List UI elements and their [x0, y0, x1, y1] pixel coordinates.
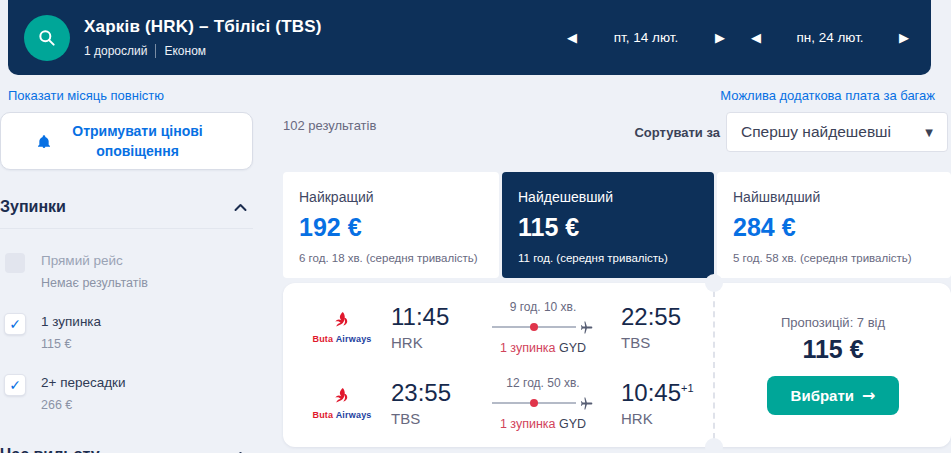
- leg-duration: 9 год. 10 хв.: [479, 300, 607, 314]
- plane-icon: [580, 320, 595, 335]
- buta-airways-bird-icon: [332, 311, 352, 333]
- filter-option-direct: Прямий рейс Немає результатів: [0, 253, 253, 290]
- outbound-next-day-button[interactable]: ▶: [705, 23, 735, 53]
- filter-label: 2+ пересадки: [41, 375, 126, 390]
- outbound-prev-day-button[interactable]: ◀: [557, 23, 587, 53]
- tab-label: Найкращий: [299, 189, 483, 205]
- checkbox-one-stop[interactable]: ✓: [5, 314, 25, 334]
- price-panel: Пропозицій: 7 від 115 € Вибрати →: [715, 283, 951, 447]
- arrival-airport: HRK: [621, 410, 709, 427]
- tab-duration: 6 год. 18 хв. (середня тривалість): [299, 252, 483, 264]
- search-summary-header: Харків (HRK) – Тбілісі (TBS) 1 дорослий …: [8, 0, 931, 75]
- baggage-fee-link[interactable]: Можлива додаткова плата за багаж: [720, 88, 935, 103]
- check-icon: ✓: [9, 377, 21, 393]
- flight-results-page: Харків (HRK) – Тбілісі (TBS) 1 дорослий …: [0, 0, 951, 453]
- price-alerts-label: Отримувати цінові оповіщення: [58, 121, 218, 161]
- select-button[interactable]: Вибрати →: [767, 376, 900, 415]
- route-info: 9 год. 10 хв. 1 зупинка GYD: [479, 300, 607, 355]
- return-date-group: ◀ пн, 24 лют. ▶: [741, 23, 919, 53]
- arrival-airport: TBS: [621, 334, 709, 351]
- outbound-date-group: ◀ пт, 14 лют. ▶: [557, 23, 735, 53]
- tab-best[interactable]: Найкращий 192 € 6 год. 18 хв. (середня т…: [283, 172, 499, 278]
- plane-icon: [580, 396, 595, 411]
- departure-airport: TBS: [391, 410, 479, 427]
- outbound-date-label: пт, 14 лют.: [587, 30, 705, 45]
- search-button[interactable]: [24, 15, 70, 61]
- tab-label: Найдешевший: [518, 189, 698, 205]
- airline-name: Buta Airways: [293, 334, 391, 344]
- buta-airways-bird-icon: [332, 387, 352, 409]
- return-date-label: пн, 24 лют.: [771, 30, 889, 45]
- stop-dot: [530, 399, 538, 407]
- sort-dropdown[interactable]: Спершу найдешевші ▼: [726, 112, 948, 152]
- cabin-class-summary: Економ: [164, 44, 206, 58]
- checkbox-direct: [5, 253, 25, 273]
- stopover-airport: GYD: [559, 341, 586, 355]
- departure-time-section-title: Час вильоту: [0, 446, 100, 453]
- return-prev-day-button[interactable]: ◀: [741, 23, 771, 53]
- stopover-airport: GYD: [559, 417, 586, 431]
- arrival-time: 22:55: [621, 303, 709, 331]
- filter-label: 1 зупинка: [41, 314, 101, 329]
- search-icon: [37, 28, 57, 48]
- check-icon: ✓: [9, 316, 21, 332]
- divider: [155, 44, 156, 58]
- tab-fastest[interactable]: Найшвидший 284 € 5 год. 58 хв. (середня …: [717, 172, 951, 278]
- outbound-leg: Buta Airways 11:45 HRK 9 год. 10 хв.: [283, 289, 713, 365]
- tab-duration: 5 год. 58 хв. (середня тривалість): [733, 252, 935, 264]
- date-navigation: ◀ пт, 14 лют. ▶ ◀ пн, 24 лют. ▶: [557, 0, 919, 75]
- route-title: Харків (HRK) – Тбілісі (TBS): [84, 17, 322, 37]
- leg-duration: 12 год. 50 хв.: [479, 376, 607, 390]
- tab-label: Найшвидший: [733, 189, 935, 205]
- offers-count-label: Пропозицій: 7 від: [781, 315, 885, 330]
- itinerary-details: Buta Airways 11:45 HRK 9 год. 10 хв.: [283, 283, 713, 447]
- sort-by-label: Сортувати за: [628, 125, 720, 140]
- stops-section-header[interactable]: Зупинки: [0, 198, 253, 216]
- caret-down-icon: ▼: [925, 127, 933, 138]
- departure-time-section-header[interactable]: Час вильоту: [0, 446, 253, 453]
- checkbox-two-plus-stops[interactable]: ✓: [5, 375, 25, 395]
- departure-time: 11:45: [391, 303, 479, 331]
- tab-duration: 11 год. (середня тривалість): [518, 252, 698, 264]
- sort-tabs: Найкращий 192 € 6 год. 18 хв. (середня т…: [283, 172, 951, 278]
- tab-cheapest[interactable]: Найдешевший 115 € 11 год. (середня трива…: [502, 172, 714, 278]
- airline-logo: Buta Airways: [293, 387, 391, 420]
- arrival-time: 10:45+1: [621, 379, 709, 407]
- departure-time: 23:55: [391, 379, 479, 407]
- filter-option-one-stop: ✓ 1 зупинка 115 €: [0, 314, 253, 351]
- stops-count: 1 зупинка: [500, 417, 556, 431]
- departure-airport: HRK: [391, 334, 479, 351]
- filter-label: Прямий рейс: [41, 253, 148, 268]
- arrow-right-icon: →: [862, 386, 875, 405]
- stops-section-title: Зупинки: [0, 198, 66, 216]
- stops-count: 1 зупинка: [500, 341, 556, 355]
- divider: [0, 228, 253, 229]
- price-alerts-button[interactable]: Отримувати цінові оповіщення: [0, 112, 253, 170]
- airline-name: Buta Airways: [293, 410, 391, 420]
- route-line: [492, 326, 576, 328]
- tab-price: 192 €: [299, 213, 483, 242]
- tab-price: 115 €: [518, 213, 698, 242]
- passengers-summary: 1 дорослий: [84, 44, 147, 58]
- offer-price: 115 €: [802, 335, 863, 364]
- airline-logo: Buta Airways: [293, 311, 391, 344]
- route-line: [492, 402, 576, 404]
- return-next-day-button[interactable]: ▶: [889, 23, 919, 53]
- stop-dot: [530, 323, 538, 331]
- flight-result-card[interactable]: Buta Airways 11:45 HRK 9 год. 10 хв.: [283, 283, 951, 447]
- filter-option-two-plus-stops: ✓ 2+ пересадки 266 €: [0, 375, 253, 412]
- tab-price: 284 €: [733, 213, 935, 242]
- filter-sublabel: Немає результатів: [41, 276, 148, 290]
- bell-icon: [36, 134, 52, 150]
- return-leg: Buta Airways 23:55 TBS 12 год. 50 хв.: [283, 365, 713, 441]
- show-full-month-link[interactable]: Показати місяць повністю: [8, 88, 164, 103]
- route-info: 12 год. 50 хв. 1 зупинка GYD: [479, 376, 607, 431]
- filter-sublabel: 266 €: [41, 398, 126, 412]
- filter-sublabel: 115 €: [41, 337, 101, 351]
- results-count: 102 результатів: [283, 118, 376, 133]
- filters-sidebar: Отримувати цінові оповіщення Зупинки Пря…: [0, 112, 253, 453]
- chevron-up-icon: [234, 203, 247, 212]
- sort-selected-value: Спершу найдешевші: [741, 123, 891, 141]
